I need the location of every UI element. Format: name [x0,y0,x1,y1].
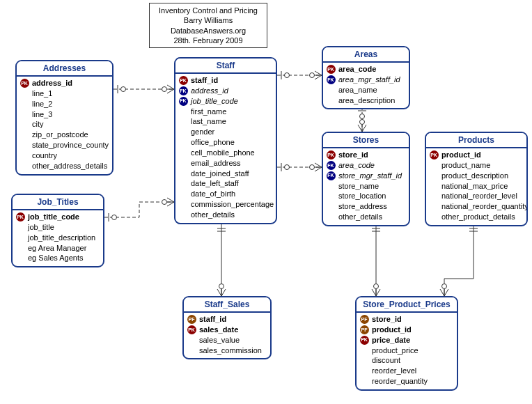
attr-label: staff_id [199,314,226,325]
attr-label: last_name [191,116,226,127]
attr-label: email_address [191,158,241,169]
attr-row: PKjob_title_code [15,212,100,222]
attr-row: national_reorder_quantity [429,201,524,212]
attr-row: PKarea_code [326,64,406,75]
entity-areas: Areas PKarea_codeFKarea_mgr_staff_idarea… [322,46,410,109]
attr-label: eg Sales Agents [28,253,84,263]
attr-label: reorder_level [372,366,416,376]
attr-label: reorder_quantity [372,376,428,387]
attr-row: state_province_county [19,140,109,150]
entity-body: PKjob_title_codejob_titlejob_title_descr… [13,210,103,266]
attr-label: state_province_county [32,140,109,150]
attr-row: store_location [326,191,406,201]
attr-label: area_name [338,85,377,95]
attr-row: email_address [178,158,273,169]
attr-label: job_title_code [28,212,79,222]
attr-row: national_reorder_level [429,191,524,201]
attr-row: other_details [326,212,406,222]
attr-row: job_title [15,222,100,233]
attr-label: store_id [338,150,368,160]
attr-label: eg Area Manager [28,243,86,254]
attr-label: other_details [338,212,382,222]
attr-row: FKjob_title_code [178,96,273,107]
attr-row: PFstaff_id [187,314,267,325]
entity-title: Stores [323,133,409,148]
attr-label: product_id [441,150,481,160]
attr-row: FKaddress_id [178,86,273,96]
attr-label: store_mgr_staff_id [338,171,402,181]
fk-icon: FK [326,161,336,170]
attr-row: reorder_level [359,366,454,376]
attr-label: job_title [28,222,54,233]
attr-label: job_title_code [191,96,238,107]
attr-label: product_price [372,345,418,356]
entity-body: PKstore_idFKarea_codeFKstore_mgr_staff_i… [323,148,409,225]
attr-row: country [19,150,109,161]
title-line: Barry Williams [155,15,261,25]
entity-store-product-prices: Store_Product_Prices PFstore_idPFproduct… [355,296,458,391]
attr-label: date_joined_staff [191,169,249,179]
attr-label: office_phone [191,137,235,148]
pf-icon: PF [187,315,196,324]
attr-label: date_left_staff [191,178,239,189]
attr-label: national_reorder_quantity [441,201,528,212]
attr-row: sales_commission [187,345,267,356]
attr-label: store_id [372,314,402,325]
attr-row: other_details [178,210,273,220]
entity-stores: Stores PKstore_idFKarea_codeFKstore_mgr_… [322,132,410,226]
attr-row: zip_or_postcode [19,130,109,140]
attr-row: FKarea_mgr_staff_id [326,75,406,85]
attr-label: job_title_description [28,233,95,243]
attr-label: discount [372,355,400,366]
entity-body: PFstaff_idPKsales_datesales_valuesales_c… [184,313,270,358]
attr-label: gender [191,127,214,137]
attr-row: product_price [359,345,454,356]
attr-label: sales_value [199,335,240,345]
attr-label: city [32,119,44,130]
fk-icon: FK [178,97,188,106]
pk-icon: PK [178,76,188,85]
attr-row: area_name [326,85,406,95]
pk-icon: PK [359,336,369,345]
attr-row: PKstaff_id [178,75,273,86]
pk-icon: PK [19,79,29,88]
entity-title: Areas [323,47,409,63]
attr-row: cell_mobile_phone [178,148,273,158]
attr-label: commission_percentage [191,199,274,210]
attr-row: date_left_staff [178,178,273,189]
entity-addresses: Addresses PKaddress_idline_1line_2line_3… [15,60,114,176]
attr-row: job_title_description [15,233,100,243]
entity-title: Staff [175,59,276,74]
attr-row: national_max_price [429,181,524,192]
attr-label: cell_mobile_phone [191,148,255,158]
attr-row: other_product_details [429,212,524,222]
attr-row: commission_percentage [178,199,273,210]
attr-label: sales_commission [199,345,262,356]
attr-row: store_address [326,201,406,212]
fk-icon: FK [178,86,188,95]
attr-label: address_id [32,78,72,88]
attr-row: line_2 [19,99,109,109]
entity-title: Job_Titles [13,195,103,210]
attr-row: gender [178,127,273,137]
pk-icon: PK [15,212,25,222]
attr-label: national_reorder_level [441,191,517,201]
entity-title: Addresses [17,61,112,77]
attr-label: zip_or_postcode [32,130,88,140]
attr-row: area_description [326,95,406,106]
entity-title: Store_Product_Prices [357,297,457,313]
entity-staff-sales: Staff_Sales PFstaff_idPKsales_datesales_… [182,296,272,359]
attr-row: office_phone [178,137,273,148]
attr-label: store_name [338,181,379,192]
attr-row: first_name [178,107,273,117]
attr-label: address_id [191,86,228,96]
attr-label: product_name [441,160,490,171]
attr-label: staff_id [191,75,218,86]
attr-row: PFproduct_id [359,325,454,335]
attr-row: date_of_birth [178,189,273,199]
attr-label: product_id [372,325,412,335]
attr-row: discount [359,355,454,366]
title-line: Inventory Control and Pricing [155,6,261,15]
attr-row: PKsales_date [187,325,267,335]
attr-label: national_max_price [441,181,508,192]
